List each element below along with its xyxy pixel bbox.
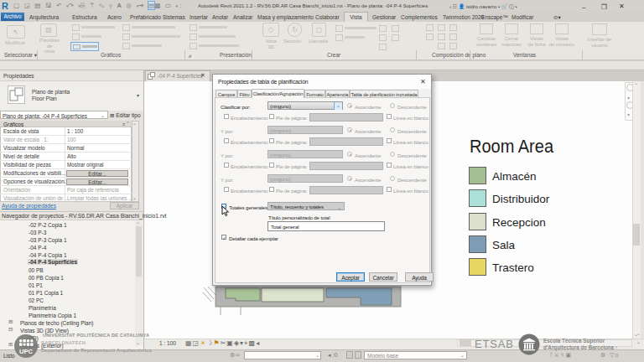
svg-text:UPC: UPC <box>19 348 33 355</box>
